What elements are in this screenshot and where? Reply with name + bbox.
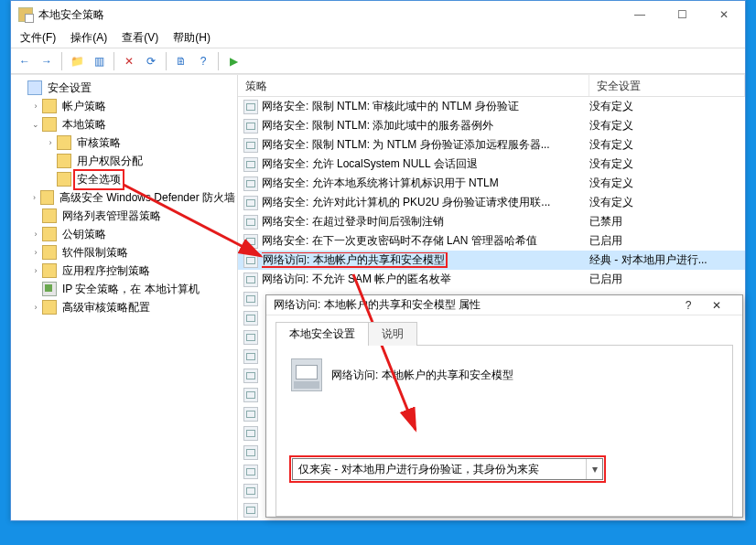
policy-name: 网络安全: 限制 NTLM: 为 NTLM 身份验证添加远程服务器... [262,137,589,153]
policy-icon [243,388,258,402]
tree-item[interactable]: ›帐户策略 [15,97,237,115]
tree-item[interactable]: ›审核策略 [15,134,237,152]
nav-tree[interactable]: 安全设置 ›帐户策略⌄本地策略›审核策略用户权限分配安全选项›高级安全 Wind… [11,75,238,520]
dialog-close-button[interactable]: ✕ [698,295,735,315]
dialog-titlebar[interactable]: 网络访问: 本地帐户的共享和安全模型 属性 ? ✕ [266,295,742,315]
policy-setting: 没有定义 [589,137,745,153]
titlebar[interactable]: 本地安全策略 — ☐ ✕ [11,1,745,28]
policy-setting: 已启用 [589,233,745,249]
policy-icon [243,369,258,383]
expander-icon[interactable] [29,283,42,295]
sharing-model-combo[interactable]: 仅来宾 - 对本地用户进行身份验证，其身份为来宾 ▾ [292,458,603,480]
chevron-down-icon[interactable]: ▾ [586,459,602,479]
policy-row[interactable]: 网络安全: 在超过登录时间后强制注销已禁用 [238,212,745,231]
expander-icon[interactable]: › [29,301,42,314]
policy-setting: 经典 - 对本地用户进行... [589,252,745,268]
tree-item[interactable]: ›软件限制策略 [15,243,237,262]
tree-item[interactable]: ›高级安全 Windows Defender 防火墙 [15,188,237,207]
expander-icon[interactable]: ⌄ [29,118,42,131]
folder-icon [57,135,71,150]
menu-action[interactable]: 操作(A) [65,28,113,48]
col-setting[interactable]: 安全设置 [589,75,745,96]
policy-name: 网络安全: 在下一次更改密码时不存储 LAN 管理器哈希值 [262,233,589,249]
tb-refresh[interactable]: ⟳ [141,51,161,71]
policy-row[interactable]: 网络安全: 限制 NTLM: 添加此域中的服务器例外没有定义 [238,116,745,135]
tb-showhide[interactable]: ▥ [89,51,109,71]
expander-icon[interactable]: › [29,264,42,277]
expander-icon[interactable]: › [29,228,42,240]
tb-up[interactable]: 📁 [67,51,87,71]
folder-icon [42,208,57,223]
tree-item-label: 高级审核策略配置 [60,299,152,316]
tb-back[interactable]: ← [15,51,35,71]
tab-local-security[interactable]: 本地安全设置 [275,322,369,346]
tree-item[interactable]: IP 安全策略，在 本地计算机 [15,280,237,298]
policy-icon [243,234,258,249]
maximize-button[interactable]: ☐ [661,1,703,28]
policy-row[interactable]: 网络安全: 允许 LocalSystem NULL 会话回退没有定义 [238,155,745,174]
tree-item[interactable]: ⌄本地策略 [15,115,237,134]
policy-name: 网络访问: 不允许 SAM 帐户的匿名枚举 [262,272,589,287]
policy-name: 网络安全: 限制 NTLM: 审核此域中的 NTLM 身份验证 [262,99,589,114]
folder-icon [42,117,57,132]
tb-help[interactable]: ? [193,51,213,71]
server-icon [291,358,322,391]
policy-row[interactable]: 网络安全: 限制 NTLM: 为 NTLM 身份验证添加远程服务器...没有定义 [238,135,745,155]
menu-file[interactable]: 文件(F) [15,28,61,48]
tb-play[interactable]: ▶ [223,51,243,71]
policy-icon [243,100,258,114]
close-button[interactable]: ✕ [703,1,745,28]
policy-name: 网络安全: 允许 LocalSystem NULL 会话回退 [262,156,589,172]
expander-icon[interactable] [44,173,57,186]
menu-help[interactable]: 帮助(H) [167,28,216,48]
window-title: 本地安全策略 [38,7,619,23]
tree-root[interactable]: 安全设置 [15,79,237,97]
policy-icon [243,119,258,134]
folder-icon [57,154,71,168]
policy-icon [243,196,258,210]
tb-export[interactable]: 🗎 [171,51,191,71]
policy-icon [243,484,258,498]
policy-row[interactable]: 网络访问: 不允许 SAM 帐户的匿名枚举已启用 [238,270,745,289]
tree-item[interactable]: ›高级审核策略配置 [15,298,237,316]
tb-delete[interactable]: ✕ [119,51,139,71]
dialog-body: 本地安全设置 说明 网络访问: 本地帐户的共享和安全模型 仅来宾 - 对本地用户… [266,315,742,517]
minimize-button[interactable]: — [619,1,661,28]
policy-name: 网络安全: 在超过登录时间后强制注销 [262,214,589,230]
tree-item-label: 高级安全 Windows Defender 防火墙 [58,189,237,207]
folder-icon [42,245,57,260]
tree-item-label: IP 安全策略，在 本地计算机 [60,281,201,298]
expander-icon[interactable]: › [44,136,57,149]
policy-name: 网络安全: 允许对此计算机的 PKU2U 身份验证请求使用联... [262,195,589,210]
policy-row[interactable]: 网络安全: 允许对此计算机的 PKU2U 身份验证请求使用联...没有定义 [238,193,745,212]
tree-item[interactable]: ›应用程序控制策略 [15,262,237,280]
tb-forward[interactable]: → [37,51,57,71]
expander-icon[interactable] [44,155,57,167]
policy-icon [243,292,258,306]
dialog-help-button[interactable]: ? [678,299,698,312]
tree-item[interactable]: 安全选项 [15,170,237,188]
list-header: 策略 安全设置 [238,75,745,97]
expander-icon[interactable] [29,209,42,222]
policy-name: 网络安全: 限制 NTLM: 添加此域中的服务器例外 [262,118,589,134]
policy-row[interactable]: 网络访问: 本地帐户的共享和安全模型经典 - 对本地用户进行... [238,251,745,270]
tree-item[interactable]: ›公钥策略 [15,225,237,243]
policy-icon [243,311,258,326]
tree-item[interactable]: 用户权限分配 [15,152,237,170]
menubar: 文件(F) 操作(A) 查看(V) 帮助(H) [11,28,745,48]
policy-icon [243,330,258,345]
tab-explain[interactable]: 说明 [368,322,417,346]
tree-item[interactable]: 网络列表管理器策略 [15,207,237,225]
policy-row[interactable]: 网络安全: 在下一次更改密码时不存储 LAN 管理器哈希值已启用 [238,231,745,251]
menu-view[interactable]: 查看(V) [116,28,164,48]
policy-icon [243,465,258,479]
expander-icon[interactable]: › [28,191,40,204]
col-policy[interactable]: 策略 [238,75,589,96]
expander-icon[interactable]: › [29,246,42,259]
policy-row[interactable]: 网络安全: 限制 NTLM: 审核此域中的 NTLM 身份验证没有定义 [238,97,745,116]
tree-item-label: 网络列表管理器策略 [60,208,163,225]
policy-setting: 没有定义 [589,176,745,191]
expander-icon[interactable] [15,81,27,94]
expander-icon[interactable]: › [29,100,42,112]
policy-row[interactable]: 网络安全: 允许本地系统将计算机标识用于 NTLM没有定义 [238,174,745,193]
